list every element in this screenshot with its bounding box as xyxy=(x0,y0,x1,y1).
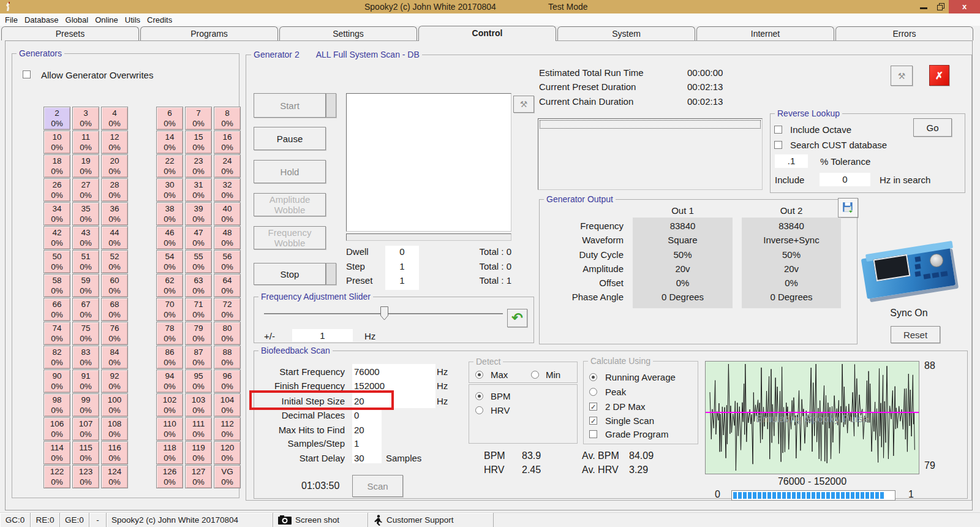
generator-cell-88[interactable]: 880% xyxy=(214,346,241,369)
restore-button[interactable] xyxy=(933,0,949,13)
generator-cell-110[interactable]: 1100% xyxy=(156,417,183,441)
generator-cell-44[interactable]: 440% xyxy=(101,226,128,249)
generator-cell-46[interactable]: 460% xyxy=(156,226,183,249)
dwell-value[interactable]: 0 xyxy=(385,246,419,257)
generator-cell-38[interactable]: 380% xyxy=(156,202,183,226)
generator-cell-71[interactable]: 710% xyxy=(185,298,212,321)
generator-cell-42[interactable]: 420% xyxy=(43,226,70,249)
tab-settings[interactable]: Settings xyxy=(279,26,417,40)
generator-cell-66[interactable]: 660% xyxy=(43,298,70,321)
generator-cell-59[interactable]: 590% xyxy=(72,274,99,297)
bf-field-value[interactable]: 20 xyxy=(354,425,364,435)
generator-cell-60[interactable]: 600% xyxy=(101,274,128,297)
generator-cell-35[interactable]: 350% xyxy=(72,202,99,226)
preset-value[interactable]: 1 xyxy=(385,275,419,286)
bpm-radio[interactable] xyxy=(475,392,483,400)
generator-cell-80[interactable]: 800% xyxy=(214,322,241,345)
close-button[interactable]: x xyxy=(949,0,980,13)
tolerance-input[interactable]: .1 xyxy=(775,154,808,168)
generator-cell-72[interactable]: 720% xyxy=(214,298,241,321)
slider-thumb[interactable] xyxy=(380,306,388,320)
chain-listbox[interactable] xyxy=(538,118,763,190)
generator-cell-103[interactable]: 1030% xyxy=(185,393,212,417)
slider-step-input[interactable]: 1 xyxy=(292,329,353,342)
generator-cell-84[interactable]: 840% xyxy=(101,346,128,369)
tab-control[interactable]: Control xyxy=(418,26,556,41)
generator-cell-82[interactable]: 820% xyxy=(43,346,70,369)
generator-cell-43[interactable]: 430% xyxy=(72,226,99,249)
generator-cell-79[interactable]: 790% xyxy=(185,322,212,345)
running-average-radio[interactable] xyxy=(589,373,597,381)
step-value[interactable]: 1 xyxy=(385,261,419,271)
chain-selected-row[interactable] xyxy=(540,120,761,129)
generator-cell-47[interactable]: 470% xyxy=(185,226,212,249)
customer-support-button[interactable]: Customer Support xyxy=(368,513,494,527)
bf-field-value[interactable]: 76000 xyxy=(354,366,380,377)
generator-cell-94[interactable]: 940% xyxy=(156,370,183,393)
generator-cell-127[interactable]: 1270% xyxy=(185,465,212,488)
detect-max-radio[interactable] xyxy=(475,371,483,379)
start-button[interactable]: Start xyxy=(254,93,326,118)
stop-button[interactable]: Stop xyxy=(254,263,326,285)
generator-cell-19[interactable]: 190% xyxy=(72,154,99,178)
peak-radio[interactable] xyxy=(589,388,597,396)
generator-cell-118[interactable]: 1180% xyxy=(156,441,183,464)
frequency-wobble-button[interactable]: FrequencyWobble xyxy=(254,226,326,249)
generator-cell-108[interactable]: 1080% xyxy=(101,417,128,441)
tab-system[interactable]: System xyxy=(557,26,695,40)
generator-cell-12[interactable]: 120% xyxy=(101,131,128,154)
menu-item-online[interactable]: Online xyxy=(95,15,118,25)
program-listbox[interactable] xyxy=(346,93,511,232)
generator-cell-20[interactable]: 200% xyxy=(101,154,128,178)
generator-cell-100[interactable]: 1000% xyxy=(101,393,128,417)
generator-cell-98[interactable]: 980% xyxy=(43,393,70,417)
generator-cell-78[interactable]: 780% xyxy=(156,322,183,345)
minimize-button[interactable] xyxy=(916,0,932,13)
bf-field-value[interactable]: 152000 xyxy=(354,381,385,391)
2-dp-max-check[interactable]: ✓ xyxy=(589,403,597,411)
generator-cell-16[interactable]: 160% xyxy=(214,131,241,154)
generator-cell-36[interactable]: 360% xyxy=(101,202,128,226)
slider-reset-button[interactable]: ↶ xyxy=(507,309,527,327)
hrv-radio[interactable] xyxy=(475,406,483,414)
generator-cell-91[interactable]: 910% xyxy=(72,370,99,393)
generator-cell-8[interactable]: 80% xyxy=(214,107,241,130)
generator-cell-62[interactable]: 620% xyxy=(156,274,183,297)
single-scan-check[interactable]: ✓ xyxy=(589,417,597,425)
detect-min-radio[interactable] xyxy=(531,371,539,379)
tab-internet[interactable]: Internet xyxy=(696,26,834,40)
generator-cell-116[interactable]: 1160% xyxy=(101,441,128,464)
generator-cell-11[interactable]: 110% xyxy=(72,131,99,154)
generator-cell-14[interactable]: 140% xyxy=(156,131,183,154)
tab-presets[interactable]: Presets xyxy=(1,26,139,40)
generator-cell-22[interactable]: 220% xyxy=(156,154,183,178)
generator-cell-106[interactable]: 1060% xyxy=(43,417,70,441)
generator-cell-10[interactable]: 100% xyxy=(43,131,70,154)
generator-cell-64[interactable]: 640% xyxy=(214,274,241,297)
generator-cell-28[interactable]: 280% xyxy=(101,178,128,202)
generator-cell-50[interactable]: 500% xyxy=(43,250,70,273)
generator-cell-51[interactable]: 510% xyxy=(72,250,99,273)
generator-cell-27[interactable]: 270% xyxy=(72,178,99,202)
generator-cell-54[interactable]: 540% xyxy=(156,250,183,273)
menu-item-utils[interactable]: Utils xyxy=(125,15,140,25)
generator-cell-31[interactable]: 310% xyxy=(185,178,212,202)
reset-button[interactable]: Reset xyxy=(891,326,940,343)
generator-cell-104[interactable]: 1040% xyxy=(214,393,241,417)
generator-cell-32[interactable]: 320% xyxy=(214,178,241,202)
generator-cell-39[interactable]: 390% xyxy=(185,202,212,226)
generator-cell-122[interactable]: 1220% xyxy=(43,465,70,488)
generator-cell-18[interactable]: 180% xyxy=(43,154,70,178)
kill-power-button[interactable]: ⚒ xyxy=(891,66,913,86)
generator-cell-123[interactable]: 1230% xyxy=(72,465,99,488)
generator-cell-76[interactable]: 760% xyxy=(101,322,128,345)
generator-cell-15[interactable]: 150% xyxy=(185,131,212,154)
include-octave-checkbox[interactable] xyxy=(774,126,782,134)
generator-cell-70[interactable]: 700% xyxy=(156,298,183,321)
generator-cell-120[interactable]: 1200% xyxy=(214,441,241,464)
generator-cell-115[interactable]: 1150% xyxy=(72,441,99,464)
generator-cell-68[interactable]: 680% xyxy=(101,298,128,321)
search-cust-checkbox[interactable] xyxy=(774,141,782,149)
generator-cell-63[interactable]: 630% xyxy=(185,274,212,297)
generator-cell-3[interactable]: 30% xyxy=(72,107,99,130)
